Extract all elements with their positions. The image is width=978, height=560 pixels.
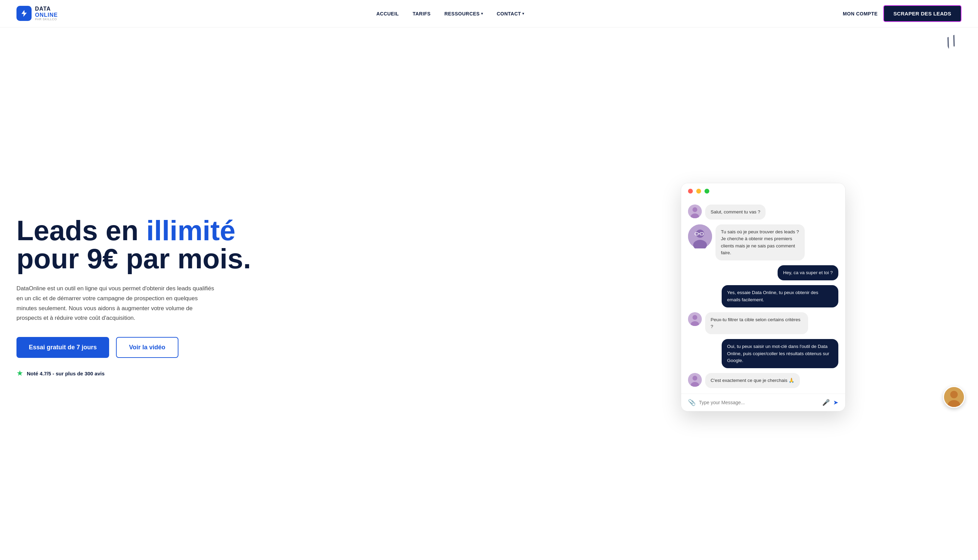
person1-small-avatar-icon <box>688 312 702 326</box>
ressources-chevron-icon: ▾ <box>481 12 483 15</box>
svg-line-0 <box>945 37 951 48</box>
svg-point-15 <box>693 376 697 380</box>
bubble-received-2: Tu sais où je peux trouver des leads ?Je… <box>715 224 805 260</box>
hero-description: DataOnline est un outil en ligne qui vou… <box>17 284 215 323</box>
bubble-received-4: C'est exactement ce que je cherchais 🙏 <box>705 373 800 388</box>
deco-icon <box>945 31 970 55</box>
nav-accueil[interactable]: ACCUEIL <box>377 11 399 17</box>
navigation: DATA ONLINE PAR SKILLCO ACCUEIL TARIFS R… <box>0 0 978 27</box>
avatar-person1-2 <box>688 312 702 326</box>
hero-title-part2: pour 9€ par mois. <box>17 243 251 274</box>
avatar-person1-1 <box>688 205 702 218</box>
logo-data: DATA <box>35 6 58 12</box>
nav-ressources[interactable]: RESSOURCES ▾ <box>445 11 483 17</box>
bubble-received-3: Peux-tu filtrer ta cible selon certains … <box>705 312 808 335</box>
bubble-sent-3: Oui, tu peux saisir un mot-clé dans l'ou… <box>721 339 838 368</box>
person1-small-avatar-icon-2 <box>688 373 702 387</box>
hero-buttons: Essai gratuit de 7 jours Voir la vidéo <box>17 337 257 358</box>
chat-message-4: Yes, essaie Data Online, tu peux obtenir… <box>688 285 838 307</box>
hero-title-highlight: illimité <box>146 215 235 246</box>
chat-message-input[interactable] <box>699 400 819 405</box>
bubble-received-1: Salut, comment tu vas ? <box>705 205 766 220</box>
nav-right: MON COMPTE SCRAPER DES LEADS <box>843 5 961 22</box>
logo[interactable]: DATA ONLINE PAR SKILLCO <box>17 6 58 21</box>
send-icon[interactable]: ➤ <box>833 399 838 406</box>
mic-icon[interactable]: 🎤 <box>822 399 830 406</box>
mon-compte-link[interactable]: MON COMPTE <box>843 11 878 17</box>
chat-message-3: Hey, ca va super et toi ? <box>688 265 838 280</box>
rating-text: Noté 4.7/5 - sur plus de 300 avis <box>27 371 105 377</box>
hero-right: Salut, comment tu vas ? <box>565 183 961 412</box>
chat-input-area: 📎 🎤 ➤ <box>681 393 845 411</box>
chat-message-5: Peux-tu filtrer ta cible selon certains … <box>688 312 838 335</box>
nav-tarifs[interactable]: TARIFS <box>413 11 431 17</box>
video-button[interactable]: Voir la vidéo <box>116 337 178 358</box>
svg-line-1 <box>951 35 957 46</box>
scraper-leads-button[interactable]: SCRAPER DES LEADS <box>883 5 961 22</box>
logo-icon <box>17 6 32 21</box>
chat-message-7: C'est exactement ce que je cherchais 🙏 <box>688 373 838 388</box>
person1-avatar-icon <box>688 205 702 218</box>
hero-section: Leads en illimité pour 9€ par mois. Data… <box>0 27 978 560</box>
chat-window: Salut, comment tu vas ? <box>681 183 846 412</box>
floating-avatar-icon <box>944 386 964 408</box>
nav-links: ACCUEIL TARIFS RESSOURCES ▾ CONTACT ▾ <box>377 11 524 17</box>
window-dot-red <box>688 189 693 193</box>
star-icon: ★ <box>17 369 23 378</box>
logo-sub: PAR SKILLCO <box>35 18 58 21</box>
chat-messages: Salut, comment tu vas ? <box>681 199 845 394</box>
chat-message-1: Salut, comment tu vas ? <box>688 205 838 220</box>
logo-online: ONLINE <box>35 12 58 18</box>
window-dot-green <box>705 189 709 193</box>
bubble-sent-1: Hey, ca va super et toi ? <box>778 265 838 280</box>
decoration-lines <box>945 31 970 55</box>
floating-user-avatar <box>943 386 965 408</box>
chat-header <box>681 183 845 199</box>
nav-contact[interactable]: CONTACT ▾ <box>496 11 524 17</box>
hero-left: Leads en illimité pour 9€ par mois. Data… <box>17 217 257 378</box>
window-dot-yellow <box>696 189 701 193</box>
hero-rating: ★ Noté 4.7/5 - sur plus de 300 avis <box>17 369 257 378</box>
lightning-icon <box>20 9 28 18</box>
svg-point-12 <box>693 315 697 320</box>
svg-point-3 <box>693 207 697 212</box>
bubble-sent-2: Yes, essaie Data Online, tu peux obtenir… <box>721 285 838 307</box>
avatar-person1-3 <box>688 373 702 387</box>
chat-message-2: Tu sais où je peux trouver des leads ?Je… <box>688 224 838 260</box>
svg-point-18 <box>950 391 958 398</box>
avatar-person2 <box>688 224 712 248</box>
person2-avatar-icon <box>688 224 712 248</box>
contact-chevron-icon: ▾ <box>522 12 524 15</box>
chat-message-6: Oui, tu peux saisir un mot-clé dans l'ou… <box>688 339 838 368</box>
paperclip-icon: 📎 <box>688 399 696 406</box>
hero-title: Leads en illimité pour 9€ par mois. <box>17 217 257 273</box>
trial-button[interactable]: Essai gratuit de 7 jours <box>17 337 109 358</box>
hero-title-part1: Leads en <box>17 215 146 246</box>
logo-text: DATA ONLINE PAR SKILLCO <box>35 6 58 21</box>
